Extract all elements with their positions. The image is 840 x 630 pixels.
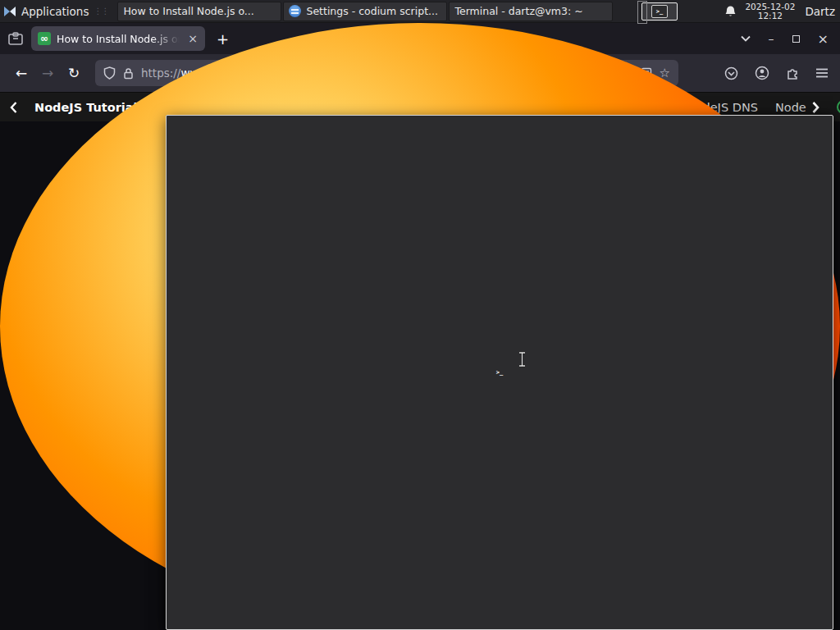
site-nav-item[interactable]: Node: [775, 101, 806, 114]
user-menu[interactable]: Dartz: [805, 5, 835, 18]
notification-bell-icon[interactable]: [724, 5, 737, 18]
pager-terminal-icon: >_: [651, 5, 668, 18]
menu-hamburger-icon[interactable]: [815, 68, 829, 78]
clock-date: 2025-12-02: [745, 2, 795, 11]
nav-back-chevron-icon[interactable]: [10, 102, 17, 113]
clock[interactable]: 2025-12-02 12:12: [745, 2, 795, 21]
forward-button[interactable]: →: [34, 65, 61, 81]
panel-handle: ⋮⋮: [94, 7, 108, 16]
list-tabs-chevron-icon[interactable]: [741, 35, 751, 42]
applications-menu[interactable]: Applications ⋮⋮: [0, 0, 116, 22]
window-button-label: How to Install Node.js o...: [123, 5, 253, 17]
search-icon[interactable]: [837, 100, 840, 114]
geeksforgeeks-favicon: ∞: [38, 32, 51, 45]
reload-button[interactable]: ↻: [61, 65, 87, 81]
nav-more-chevron-icon[interactable]: [812, 102, 819, 113]
applications-label: Applications: [21, 5, 89, 18]
tracking-shield-icon[interactable]: [103, 66, 116, 80]
browser-close-button[interactable]: ×: [818, 31, 829, 47]
mouse-cursor: [517, 351, 527, 368]
account-icon[interactable]: [755, 66, 769, 80]
browser-minimize-button[interactable]: –: [769, 32, 774, 45]
extensions-icon[interactable]: [786, 66, 799, 80]
clock-time: 12:12: [745, 11, 795, 21]
applications-icon: [3, 6, 16, 17]
back-button[interactable]: ←: [8, 65, 34, 81]
window-button-firefox[interactable]: How to Install Node.js o...: [117, 2, 281, 21]
window-button-label: Terminal - dartz@vm3: ~: [454, 5, 582, 17]
new-tab-button[interactable]: +: [217, 30, 229, 48]
codium-icon: [289, 5, 301, 17]
browser-tab[interactable]: ∞ How to Install Node.js on ×: [31, 26, 205, 51]
top-panel: Applications ⋮⋮ How to Install Node.js o…: [0, 0, 840, 23]
tab-close-icon[interactable]: ×: [185, 32, 200, 45]
window-button-terminal[interactable]: >_Terminal - dartz@vm3: ~: [449, 2, 613, 21]
tab-title: How to Install Node.js on: [57, 33, 180, 45]
window-button-codium[interactable]: Settings - codium script...: [283, 2, 447, 21]
firefox-view-icon[interactable]: [8, 32, 23, 45]
lock-icon: [123, 67, 134, 80]
pocket-icon[interactable]: [724, 66, 738, 80]
browser-maximize-button[interactable]: [792, 35, 800, 43]
window-button-label: Settings - codium script...: [306, 5, 437, 17]
workspace-pager[interactable]: >_: [641, 2, 678, 21]
